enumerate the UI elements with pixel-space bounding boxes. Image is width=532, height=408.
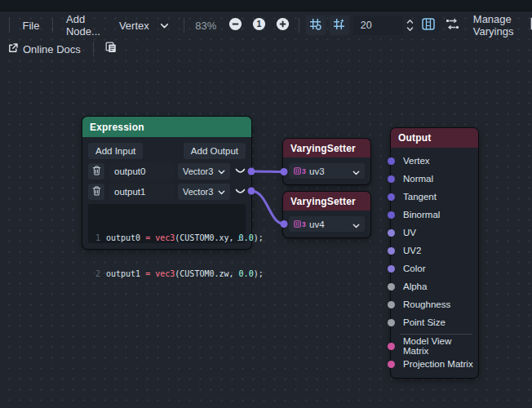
docs-toolbar: Online Docs [3,39,121,59]
port-uv2: UV2 [391,242,478,259]
code-line: 2output1 = vec3(CUSTOM0.zw, 0.0); [93,268,241,281]
expand-port-button[interactable] [234,168,246,175]
manage-varyings-button[interactable]: Manage Varyings [467,15,522,36]
add-input-button[interactable]: Add Input [88,143,143,159]
port-normal: Normal [391,170,478,188]
zoom-out-icon [228,17,242,34]
svg-text:3: 3 [302,220,306,228]
port-color: Color [391,259,478,277]
code-resize-handle[interactable] [237,235,243,241]
port-dot[interactable] [388,247,395,255]
output-name-field[interactable]: output0 [109,163,174,180]
port-dot[interactable] [388,343,395,350]
varying-name: uv4 [309,220,349,229]
port-dot[interactable] [388,283,395,290]
expression-code-editor[interactable]: 1output0 = vec3(CUSTOM0.xy, 0.0); 2outpu… [88,204,246,243]
port-point-size: Point Size [391,313,478,331]
snap-toggle-button[interactable] [306,16,326,35]
delete-output-button[interactable] [88,163,104,180]
zoom-in-icon [276,17,290,34]
varying-setter-node-1[interactable]: VaryingSetter 3 uv3 [283,139,370,184]
external-link-icon [8,43,18,55]
port-dot[interactable] [388,229,395,237]
toolbar-separator [184,18,184,33]
port-vertex: Vertex [391,152,478,170]
minimap-toggle-button[interactable] [418,16,439,35]
chevron-down-icon [352,217,360,232]
add-output-button[interactable]: Add Output [184,143,246,159]
snap-grid-icon [309,18,321,33]
output-ports: Vertex Normal Tangent Binormal UV UV2 Co… [391,148,478,378]
snap-distance-spinbox[interactable]: 20 [353,16,414,35]
port-dot[interactable] [388,361,395,368]
snap-distance-value[interactable]: 20 [353,16,403,35]
zoom-out-button[interactable] [225,16,245,35]
delete-output-button[interactable] [88,184,104,200]
code-line: 1output0 = vec3(CUSTOM0.xy, 0.0); [93,233,241,245]
top-panel-strip [0,0,532,11]
port-alpha: Alpha [391,277,478,295]
shader-code-preview-button[interactable] [525,16,532,35]
expand-port-button[interactable] [234,188,246,195]
zoom-level-label: 83% [195,20,216,32]
shader-stage-value: Vertex [119,20,149,32]
ports-separator [400,334,472,335]
grid-pattern-icon [333,18,345,33]
toolbar-separator [52,18,53,33]
output-name-field[interactable]: output1 [109,184,174,200]
vector3-type-icon: 3 [294,217,306,232]
chevron-down-icon [218,166,225,176]
output-type-dropdown[interactable]: Vector3 [178,184,230,200]
file-menu-button[interactable]: File [16,15,47,36]
output-type-value: Vector3 [183,187,213,197]
shader-stage-dropdown[interactable]: Vertex [111,15,177,36]
minimap-icon [422,18,435,33]
visual-shader-editor: File Add Node... Vertex 83% 1 [0,0,532,408]
trash-icon [92,184,101,199]
wire-output1-uv4[interactable] [251,191,284,224]
port-dot[interactable] [388,175,395,183]
varying-name: uv3 [309,166,349,176]
chevron-down-icon [352,164,360,179]
spinbox-arrows[interactable] [406,18,414,33]
varying-setter-header[interactable]: VaryingSetter [283,192,370,211]
port-dot[interactable] [388,193,395,201]
online-docs-button[interactable]: Online Docs [3,38,86,60]
port-dot[interactable] [388,319,395,326]
copy-parameters-button[interactable] [101,39,121,59]
arrange-icon [446,18,459,33]
output-type-dropdown[interactable]: Vector3 [178,163,230,180]
port-roughness: Roughness [391,295,478,313]
output-node[interactable]: Output Vertex Normal Tangent Binormal UV… [391,128,478,378]
port-uv: UV [391,224,478,242]
varying-select-dropdown[interactable]: 3 uv3 [289,163,365,179]
varying-setter-header[interactable]: VaryingSetter [283,139,370,157]
arrange-nodes-button[interactable] [443,16,463,35]
toolbar-separator [9,18,10,33]
varying-setter-node-2[interactable]: VaryingSetter 3 uv4 [283,192,370,237]
port-dot[interactable] [388,301,395,308]
chevron-down-icon [218,187,225,197]
zoom-reset-button[interactable]: 1 [249,16,268,35]
expression-node-header[interactable]: Expression [82,117,251,137]
svg-text:3: 3 [302,167,306,175]
varying-select-dropdown[interactable]: 3 uv4 [289,216,365,232]
expression-node[interactable]: Expression Add Input Add Output output0 … [82,117,251,249]
zoom-reset-icon: 1 [252,17,266,34]
grid-toggle-button[interactable] [330,16,349,35]
port-dot[interactable] [388,157,395,165]
port-projection-matrix: Projection Matrix [391,355,478,373]
vector3-type-icon: 3 [294,164,306,179]
zoom-in-button[interactable] [273,16,292,35]
port-dot[interactable] [388,211,395,219]
graph-toolbar: File Add Node... Vertex 83% 1 [7,14,532,37]
wire-output0-uv3[interactable] [251,171,284,172]
copy-pages-icon [105,42,117,56]
output-type-value: Vector3 [183,166,213,176]
port-model-view-matrix: Model View Matrix [391,337,478,355]
svg-text:1: 1 [256,19,261,29]
toolbar-separator [299,18,299,33]
add-node-button[interactable]: Add Node... [60,15,107,36]
output-node-header[interactable]: Output [391,128,478,148]
port-dot[interactable] [388,265,395,273]
